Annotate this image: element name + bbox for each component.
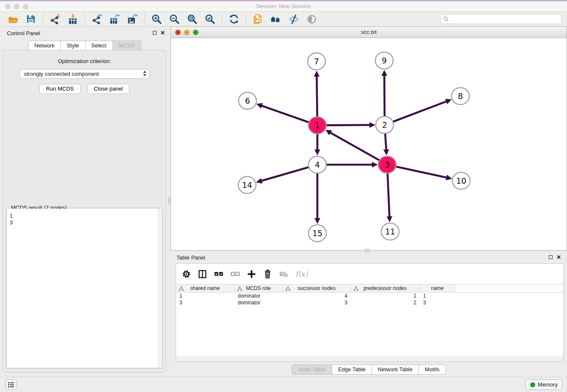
task-history-button[interactable] bbox=[6, 379, 17, 390]
table-cell[interactable]: 1 bbox=[351, 293, 420, 299]
column-header-label: MCDS role bbox=[246, 285, 271, 291]
function-builder-icon: f(x) bbox=[295, 270, 308, 278]
column-chooser-icon[interactable] bbox=[198, 270, 207, 279]
mcds-result-box: MCDS result (2 nodes) 13 bbox=[6, 208, 162, 368]
tab-network[interactable]: Network bbox=[28, 41, 61, 51]
import-network-icon[interactable] bbox=[49, 13, 61, 25]
graph-node-8[interactable]: 8 bbox=[451, 88, 469, 105]
column-header-name[interactable]: name bbox=[420, 284, 455, 292]
graph-node-6[interactable]: 6 bbox=[239, 92, 256, 109]
toolbar-separator bbox=[85, 13, 85, 25]
zoom-out-icon[interactable] bbox=[168, 13, 181, 25]
table-body: 1dominator4113dominator323 bbox=[176, 293, 563, 306]
tab-edge-table[interactable]: Edge Table bbox=[332, 364, 372, 375]
tab-style[interactable]: Style bbox=[61, 41, 85, 51]
search-input[interactable] bbox=[449, 16, 559, 22]
graph-edge-4-14[interactable] bbox=[256, 165, 317, 184]
graph-edge-2-8[interactable] bbox=[385, 99, 451, 125]
close-panel-icon[interactable]: ✕ bbox=[160, 30, 165, 35]
control-panel: Control Panel ✕ NetworkStyleSelectMCDS O… bbox=[0, 28, 169, 373]
graph-node-label: 14 bbox=[242, 180, 252, 190]
open-session-icon[interactable] bbox=[7, 13, 19, 25]
control-panel-header: Control Panel ✕ bbox=[0, 28, 169, 39]
run-mcds-button[interactable]: Run MCDS bbox=[39, 84, 81, 94]
column-header-MCDS-role[interactable]: MCDS role bbox=[234, 284, 283, 292]
tab-select[interactable]: Select bbox=[85, 41, 113, 51]
tab-node-table[interactable]: Node Table bbox=[292, 364, 332, 375]
column-header-shared-name[interactable]: shared name bbox=[176, 284, 234, 292]
table-cell[interactable]: 3 bbox=[283, 299, 351, 306]
zoom-selected-icon[interactable] bbox=[204, 13, 216, 25]
deselect-all-columns-icon[interactable] bbox=[231, 271, 240, 277]
close-panel-button[interactable]: Close panel bbox=[87, 84, 130, 94]
list-icon bbox=[7, 381, 15, 389]
network-graph-canvas[interactable]: 7968124314101511 bbox=[171, 38, 567, 250]
graph-edge-3-1[interactable] bbox=[325, 130, 387, 165]
float-table-panel-icon[interactable] bbox=[549, 255, 553, 259]
app-title: Session: New Session bbox=[0, 3, 567, 9]
table-cell[interactable]: 3 bbox=[420, 299, 455, 306]
graph-edge-1-6[interactable] bbox=[256, 103, 317, 125]
graph-node-11[interactable]: 11 bbox=[381, 223, 399, 240]
graph-node-3[interactable]: 3 bbox=[378, 156, 396, 173]
table-hscrollbar[interactable] bbox=[176, 356, 563, 362]
graph-edge-3-10[interactable] bbox=[387, 165, 452, 180]
column-type-icon bbox=[353, 286, 359, 291]
graph-node-10[interactable]: 10 bbox=[452, 172, 470, 189]
settings-icon[interactable] bbox=[182, 270, 191, 279]
graph-node-1[interactable]: 1 bbox=[308, 117, 326, 134]
export-table-icon[interactable] bbox=[108, 13, 121, 25]
tab-mcds[interactable]: MCDS bbox=[113, 41, 141, 51]
graph-node-label: 6 bbox=[245, 96, 250, 105]
save-session-icon[interactable] bbox=[25, 13, 37, 25]
table-row[interactable]: 1dominator411 bbox=[176, 293, 563, 299]
column-header-predecessor-nodes[interactable]: predecessor nodes bbox=[351, 284, 420, 292]
graph-node-2[interactable]: 2 bbox=[376, 116, 394, 133]
tab-network-table[interactable]: Network Table bbox=[372, 364, 419, 375]
delete-column-icon[interactable] bbox=[263, 269, 272, 279]
zoom-in-icon[interactable] bbox=[150, 13, 163, 25]
graph-node-7[interactable]: 7 bbox=[308, 53, 325, 70]
graph-node-label: 4 bbox=[315, 160, 320, 169]
float-panel-icon[interactable] bbox=[153, 31, 157, 35]
import-table-icon[interactable] bbox=[66, 13, 79, 25]
graph-node-9[interactable]: 9 bbox=[375, 52, 393, 69]
manage-networks-icon[interactable] bbox=[252, 13, 264, 25]
graph-node-14[interactable]: 14 bbox=[238, 177, 256, 193]
network-window-titlebar[interactable]: ✕ − + scc.txt bbox=[171, 27, 567, 38]
column-type-icon bbox=[237, 286, 242, 291]
graph-node-15[interactable]: 15 bbox=[308, 225, 326, 242]
table-cell[interactable]: dominator bbox=[234, 299, 283, 306]
node-table: f(x) shared nameMCDS rolesuccessor nodes… bbox=[176, 263, 564, 362]
graph-node-4[interactable]: 4 bbox=[308, 156, 326, 173]
hide-graphics-icon[interactable] bbox=[287, 13, 300, 25]
mcds-result-list[interactable]: 13 bbox=[7, 209, 157, 367]
table-cell[interactable]: 2 bbox=[351, 299, 420, 306]
tab-motifs[interactable]: Motifs bbox=[419, 364, 446, 375]
add-column-icon[interactable] bbox=[247, 270, 256, 279]
criterion-dropdown[interactable]: strongly connected component bbox=[19, 69, 150, 79]
table-cell[interactable]: 4 bbox=[283, 293, 351, 299]
memory-button[interactable]: Memory bbox=[526, 379, 562, 390]
criterion-dropdown-value: strongly connected component bbox=[24, 71, 99, 77]
table-cell[interactable]: 3 bbox=[176, 299, 234, 306]
result-scrollbar[interactable] bbox=[158, 209, 162, 367]
export-network-icon[interactable] bbox=[91, 13, 103, 25]
close-table-panel-icon[interactable]: ✕ bbox=[556, 255, 561, 259]
table-row[interactable]: 3dominator323 bbox=[176, 299, 563, 306]
refresh-icon[interactable] bbox=[228, 13, 240, 25]
search-field[interactable] bbox=[440, 14, 562, 24]
zoom-fit-icon[interactable] bbox=[186, 13, 198, 25]
export-image-icon[interactable] bbox=[126, 13, 139, 25]
table-cell[interactable]: dominator bbox=[234, 293, 283, 299]
table-cell[interactable]: 1 bbox=[420, 293, 455, 299]
column-type-icon bbox=[285, 286, 291, 291]
table-panel-tabs: Node TableEdge TableNetwork TableMotifs bbox=[171, 364, 567, 375]
home-icon[interactable] bbox=[270, 13, 282, 25]
table-cell[interactable]: 1 bbox=[176, 293, 234, 299]
column-header-successor-nodes[interactable]: successor nodes bbox=[283, 284, 351, 292]
app-titlebar: Session: New Session bbox=[0, 0, 567, 12]
show-graphics-icon[interactable] bbox=[305, 13, 318, 25]
column-header-label: successor nodes bbox=[297, 285, 336, 291]
select-all-columns-icon[interactable] bbox=[214, 271, 223, 277]
